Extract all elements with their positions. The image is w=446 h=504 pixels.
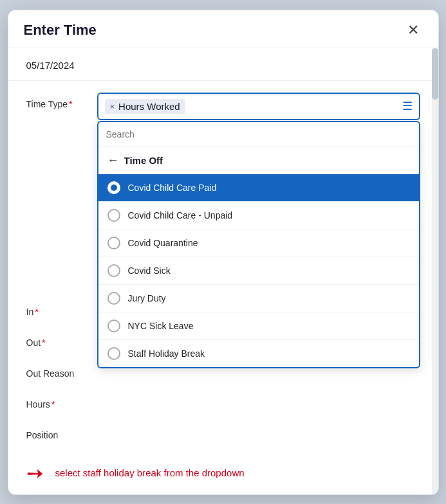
date-section: 05/17/2024 [8, 48, 438, 81]
back-section-label: Time Off [124, 155, 163, 166]
selected-tag-label: Hours Worked [118, 101, 180, 112]
enter-time-modal: Enter Time ✕ 05/17/2024 Time Type* [8, 10, 439, 495]
dropdown-item-4[interactable]: Jury Duty [98, 285, 419, 312]
scrollbar-track[interactable] [432, 48, 438, 494]
radio-5 [107, 320, 120, 332]
dropdown-trigger[interactable]: × Hours Worked ☰ [97, 93, 420, 120]
radio-1 [107, 209, 120, 222]
dropdown-item-1[interactable]: Covid Child Care - Unpaid [98, 202, 419, 230]
back-row[interactable]: ← Time Off [98, 147, 419, 174]
modal-title: Enter Time [24, 22, 97, 39]
back-arrow-icon: ← [107, 154, 119, 167]
close-icon: ✕ [407, 22, 419, 38]
out-reason-label: Out Reason [26, 362, 97, 379]
annotation-text: select staff holiday break from the drop… [55, 467, 245, 478]
radio-2 [107, 237, 120, 249]
required-star: * [69, 99, 72, 109]
annotation-area: ➙ select staff holiday break from the dr… [8, 455, 438, 494]
time-type-label: Time Type* [26, 93, 97, 109]
arrow-row: ➙ select staff holiday break from the dr… [26, 461, 420, 485]
date-display: 05/17/2024 [26, 60, 75, 71]
hours-row: Hours* [26, 393, 420, 410]
scrollbar-thumb[interactable] [432, 48, 438, 100]
annotation-arrow-icon: ➙ [26, 461, 44, 485]
position-label: Position [26, 424, 97, 440]
dropdown-item-5[interactable]: NYC Sick Leave [98, 312, 419, 340]
dropdown-panel: ← Time Off Covid Child Care Paid Covid C… [97, 121, 420, 368]
out-label: Out* [26, 331, 97, 348]
item-label-5: NYC Sick Leave [128, 321, 194, 331]
list-icon: ☰ [402, 99, 413, 113]
search-input[interactable] [106, 129, 411, 140]
item-label-1: Covid Child Care - Unpaid [128, 210, 233, 221]
item-label-0: Covid Child Care Paid [128, 183, 217, 193]
modal-body: 05/17/2024 Time Type* × Hours Worked [8, 48, 438, 494]
radio-6 [107, 347, 120, 360]
search-row [98, 122, 419, 147]
position-row: Position [26, 424, 420, 440]
dropdown-item-3[interactable]: Covid Sick [98, 257, 419, 285]
dropdown-item-2[interactable]: Covid Quarantine [98, 230, 419, 257]
radio-4 [107, 292, 120, 305]
item-label-4: Jury Duty [128, 293, 166, 303]
radio-0 [107, 181, 120, 194]
hours-label: Hours* [26, 393, 97, 410]
tag-remove-icon[interactable]: × [110, 102, 115, 111]
dropdown-item-0[interactable]: Covid Child Care Paid [98, 174, 419, 202]
close-button[interactable]: ✕ [404, 22, 423, 39]
item-label-2: Covid Quarantine [128, 238, 198, 248]
in-label: In* [26, 300, 97, 317]
selected-tag: × Hours Worked [105, 99, 185, 114]
time-type-row: Time Type* × Hours Worked ☰ [26, 93, 420, 120]
item-label-3: Covid Sick [128, 266, 171, 276]
form-section: Time Type* × Hours Worked ☰ [8, 81, 438, 440]
radio-3 [107, 264, 120, 277]
item-label-6: Staff Holiday Break [128, 348, 205, 359]
time-type-dropdown-container: × Hours Worked ☰ [97, 93, 420, 120]
dropdown-item-6[interactable]: Staff Holiday Break [98, 340, 419, 367]
modal-header: Enter Time ✕ [8, 10, 438, 48]
